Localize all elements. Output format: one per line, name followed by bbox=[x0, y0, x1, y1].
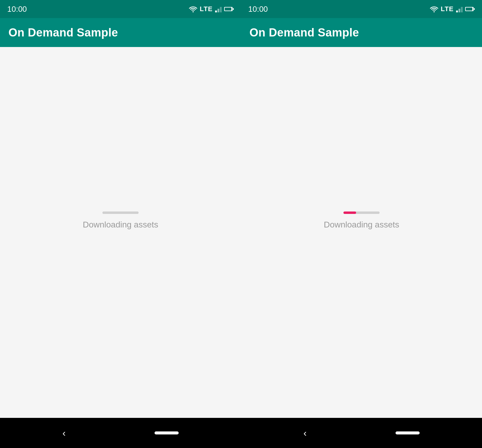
progress-track-right bbox=[343, 211, 380, 214]
status-bar-right: 10:00 LTE bbox=[241, 0, 482, 18]
svg-marker-9 bbox=[459, 9, 460, 12]
svg-marker-10 bbox=[461, 7, 463, 12]
app-bar-right: On Demand Sample bbox=[241, 18, 482, 47]
signal-icon bbox=[215, 6, 222, 12]
status-time-left: 10:00 bbox=[7, 5, 27, 14]
svg-rect-5 bbox=[225, 8, 231, 11]
progress-track-left bbox=[102, 211, 139, 214]
phone-screen-left: 10:00 LTE bbox=[0, 0, 241, 448]
lte-icon-right: LTE bbox=[441, 5, 454, 13]
back-icon-left: ‹ bbox=[62, 428, 66, 439]
downloading-text-right: Downloading assets bbox=[324, 220, 399, 230]
app-title-left: On Demand Sample bbox=[8, 26, 118, 39]
nav-bar-left: ‹ bbox=[0, 418, 241, 448]
home-pill-left bbox=[155, 431, 179, 434]
wifi-icon bbox=[189, 6, 197, 12]
progress-area-right: Downloading assets bbox=[324, 211, 399, 230]
main-content-right: Downloading assets bbox=[241, 47, 482, 418]
svg-marker-2 bbox=[218, 9, 219, 12]
progress-fill-right bbox=[343, 211, 356, 214]
back-icon-right: ‹ bbox=[303, 428, 307, 439]
home-pill-right bbox=[396, 431, 420, 434]
nav-back-right[interactable]: ‹ bbox=[303, 428, 307, 439]
battery-icon bbox=[224, 6, 234, 12]
phone-screen-right: 10:00 LTE bbox=[241, 0, 482, 448]
status-bar-left: 10:00 LTE bbox=[0, 0, 241, 18]
svg-rect-13 bbox=[474, 8, 475, 10]
svg-marker-3 bbox=[220, 7, 222, 12]
svg-point-7 bbox=[433, 11, 435, 12]
svg-point-0 bbox=[192, 11, 194, 12]
app-bar-left: On Demand Sample bbox=[0, 18, 241, 47]
nav-back-left[interactable]: ‹ bbox=[62, 428, 66, 439]
nav-home-left[interactable] bbox=[155, 431, 179, 434]
status-icons-right: LTE bbox=[430, 5, 475, 13]
lte-icon: LTE bbox=[200, 5, 213, 13]
main-content-left: Downloading assets bbox=[0, 47, 241, 418]
svg-rect-6 bbox=[233, 8, 234, 10]
svg-marker-1 bbox=[215, 11, 217, 12]
nav-bar-right: ‹ bbox=[241, 418, 482, 448]
signal-icon-right bbox=[456, 6, 463, 12]
wifi-icon-right bbox=[430, 6, 438, 12]
app-title-right: On Demand Sample bbox=[249, 26, 359, 39]
status-time-right: 10:00 bbox=[248, 5, 268, 14]
battery-icon-right bbox=[465, 6, 475, 12]
progress-area-left: Downloading assets bbox=[83, 211, 158, 230]
svg-rect-12 bbox=[466, 8, 472, 11]
nav-home-right[interactable] bbox=[396, 431, 420, 434]
status-icons-left: LTE bbox=[189, 5, 234, 13]
downloading-text-left: Downloading assets bbox=[83, 220, 158, 230]
svg-marker-8 bbox=[456, 11, 458, 12]
